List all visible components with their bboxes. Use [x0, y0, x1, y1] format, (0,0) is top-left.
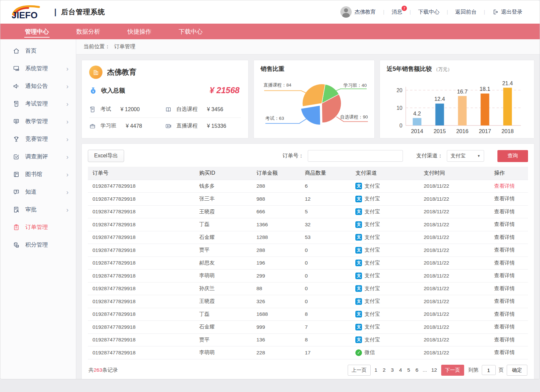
cell-buyer: 钱多多: [198, 180, 255, 193]
bar-2015: [436, 103, 444, 125]
points-icon: [13, 242, 20, 248]
nav-tab-快捷操作[interactable]: 快捷操作: [126, 24, 153, 39]
view-detail-link[interactable]: 查看详情: [494, 349, 515, 355]
cell-amount: 988: [255, 193, 304, 206]
next-page-button[interactable]: 下一页: [441, 365, 464, 376]
chevron-right-icon: ›: [66, 65, 69, 72]
cell-buyer: 贾平: [198, 333, 255, 346]
cell-channel: 支支付宝: [355, 260, 421, 267]
cell-buyer: 石金耀: [198, 321, 255, 334]
nav-tab-管理中心[interactable]: 管理中心: [24, 24, 50, 39]
sales-compare-card: 近5年销售额比较 （万元） 010204.2201412.4201516.720…: [380, 60, 534, 138]
page-number-6[interactable]: 6: [415, 367, 420, 373]
page-number-2[interactable]: 2: [382, 367, 387, 373]
bar-title-unit: （万元）: [434, 67, 452, 72]
cell-channel: 支支付宝: [355, 247, 421, 254]
sidebar-item-调查测评[interactable]: 调查测评›: [0, 148, 76, 165]
view-detail-link[interactable]: 查看详情: [494, 311, 515, 317]
cell-buyer: 王晓霞: [198, 295, 255, 308]
bar-value-label: 18.1: [479, 86, 490, 92]
channel-name: 支付宝: [364, 195, 380, 202]
income-item-label: 直播课程: [176, 122, 198, 129]
search-button[interactable]: 查询: [497, 150, 528, 162]
channel-name: 支付宝: [364, 221, 380, 228]
view-detail-link[interactable]: 查看详情: [494, 234, 515, 240]
order-no-input[interactable]: [308, 150, 403, 162]
view-detail-link[interactable]: 查看详情: [494, 209, 515, 214]
goto-confirm-button[interactable]: 确定: [507, 365, 527, 376]
page-number-4[interactable]: 4: [398, 367, 403, 373]
pay-channel-select[interactable]: 支付宝 ▼: [447, 150, 484, 162]
sidebar-item-审批[interactable]: 审批›: [0, 201, 76, 218]
sidebar-item-label: 图书馆: [25, 170, 42, 178]
page-number-3[interactable]: 3: [390, 367, 395, 373]
logout-link[interactable]: 退出登录: [485, 9, 530, 16]
channel-name: 支付宝: [364, 260, 380, 267]
sidebar-item-竞赛管理[interactable]: 竞赛管理›: [0, 130, 76, 148]
sidebar-item-订单管理[interactable]: 订单管理: [0, 218, 76, 236]
wechat-icon: ✓: [355, 349, 362, 356]
bar-title-text: 近5年销售额比较: [387, 66, 432, 72]
page-number-1[interactable]: 1: [374, 367, 379, 373]
sidebar-item-label: 通知公告: [25, 82, 48, 90]
bar-value-label: 16.7: [457, 89, 467, 95]
sidebar-item-教学管理[interactable]: 教学管理›: [0, 112, 76, 130]
view-detail-link[interactable]: 查看详情: [494, 196, 515, 201]
summary-cards: 杰佛教育 ¥ 收入总额 ¥ 21568 考试¥ 12000自选课程¥ 3456学…: [82, 60, 534, 138]
view-detail-link[interactable]: 查看详情: [494, 260, 515, 266]
sidebar-item-图书馆[interactable]: 图书馆›: [0, 165, 76, 183]
income-card: 杰佛教育 ¥ 收入总额 ¥ 21568 考试¥ 12000自选课程¥ 3456学…: [82, 60, 249, 138]
cell-time: 2018/11/22: [422, 308, 493, 321]
book-icon: [165, 106, 172, 113]
sidebar-item-知道[interactable]: 知道›: [0, 183, 76, 201]
income-item-value: ¥ 15336: [207, 123, 226, 129]
cell-amount: 1688: [255, 308, 304, 321]
alipay-icon: 支: [355, 208, 362, 215]
sidebar-item-考试管理[interactable]: 考试管理›: [0, 95, 76, 112]
sidebar-item-积分管理[interactable]: 积分管理: [0, 236, 76, 254]
sidebar-item-系统管理[interactable]: 系统管理›: [0, 60, 76, 77]
channel-name: 支付宝: [364, 323, 380, 330]
toolbar-filters: 订单号： 支付渠道： 支付宝 ▼ 查询: [282, 150, 528, 162]
chevron-right-icon: ›: [66, 100, 69, 107]
view-detail-link[interactable]: 查看详情: [494, 286, 515, 291]
cell-time: 2018/11/22: [422, 231, 493, 244]
back-to-front-link[interactable]: 返回前台: [448, 9, 484, 16]
sidebar-item-label: 竞赛管理: [25, 135, 48, 143]
page-number-12[interactable]: 12: [430, 367, 438, 373]
table-row: 019287477829918李萌萌2990支支付宝2018/11/22查看详情: [88, 270, 528, 283]
view-detail-link[interactable]: 查看详情: [494, 221, 515, 227]
nav-tab-数据分析[interactable]: 数据分析: [75, 24, 101, 39]
order-no-label: 订单号：: [282, 152, 304, 159]
cell-amount: 666: [255, 205, 304, 218]
download-center-link[interactable]: 下载中心: [411, 9, 447, 16]
view-detail-link[interactable]: 查看详情: [494, 298, 515, 304]
sidebar-item-首页[interactable]: 首页: [0, 42, 76, 60]
messages-link[interactable]: 消息 7: [384, 9, 410, 16]
cell-amount: 228: [255, 346, 304, 359]
view-detail-link[interactable]: 查看详情: [494, 337, 515, 342]
user-menu[interactable]: 杰佛教育: [333, 6, 383, 18]
jiefo-logo-icon: JIEFO: [10, 4, 50, 20]
page-number-5[interactable]: 5: [406, 367, 411, 373]
goto-page-input[interactable]: [482, 365, 496, 375]
sidebar-item-通知公告[interactable]: 通知公告›: [0, 77, 76, 95]
nav-tab-下载中心[interactable]: 下载中心: [177, 24, 204, 39]
view-detail-link[interactable]: 查看详情: [494, 183, 515, 189]
view-detail-link[interactable]: 查看详情: [494, 247, 515, 253]
view-detail-link[interactable]: 查看详情: [494, 273, 515, 278]
income-item-label: 自选课程: [176, 106, 198, 113]
table-row: 019287477829918王晓霞3260支支付宝2018/11/22查看详情: [88, 295, 528, 308]
cell-time: 2018/11/22: [422, 321, 493, 334]
sales-bar-chart: 010204.2201412.4201516.7201618.1201721.4…: [387, 73, 527, 137]
cell-qty: 0: [303, 244, 354, 257]
back-label: 返回前台: [455, 9, 476, 16]
excel-export-button[interactable]: Excel导出: [88, 150, 124, 162]
table-row: 019287477829918郝思友1960支支付宝2018/11/22查看详情: [88, 257, 528, 270]
table-row: 019287477829918李萌萌22817✓微信2018/11/22查看详情: [88, 346, 528, 359]
prev-page-button[interactable]: 上一页: [348, 365, 371, 376]
sales-pie-chart: 学习班：40自选课程：90考试：63直播课程：84: [261, 73, 370, 133]
chevron-right-icon: ›: [66, 171, 69, 178]
cell-time: 2018/11/22: [422, 244, 493, 257]
view-detail-link[interactable]: 查看详情: [494, 324, 515, 329]
